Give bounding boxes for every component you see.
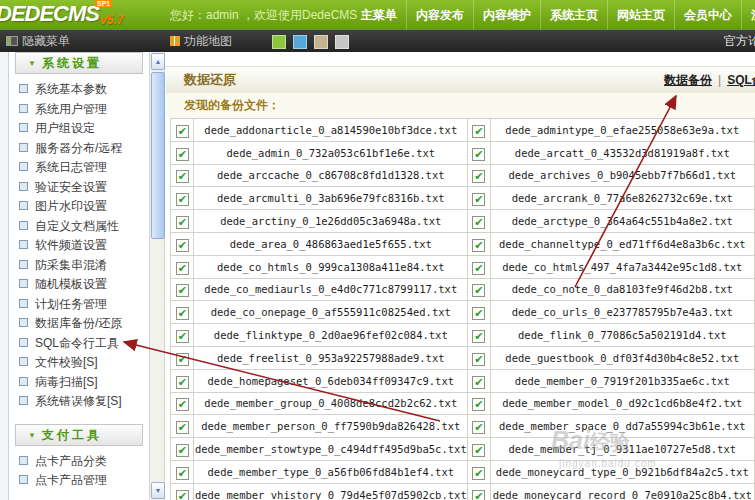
sidebar-item[interactable]: 图片水印设置 bbox=[9, 197, 149, 217]
official-forum-link[interactable]: 官方论坛 bbox=[724, 30, 755, 52]
sql-tool-link[interactable]: SQL命令行工具 bbox=[727, 73, 755, 87]
function-map-button[interactable]: 功能地图 bbox=[170, 30, 232, 52]
sidebar-menu: ▼系统设置系统基本参数系统用户管理用户组设定服务器分布/远程系统日志管理验证安全… bbox=[9, 52, 149, 500]
bullet-icon bbox=[19, 162, 28, 171]
backup-file-checkbox[interactable]: ✔ bbox=[472, 170, 485, 183]
sidebar-item[interactable]: 系统日志管理 bbox=[9, 158, 149, 178]
backup-file-checkbox[interactable]: ✔ bbox=[472, 284, 485, 297]
sidebar-item[interactable]: 用户组设定 bbox=[9, 119, 149, 139]
sidebar-item[interactable]: 防采集串混淆 bbox=[9, 256, 149, 276]
top-menu-item-2[interactable]: 内容发布 bbox=[406, 0, 473, 30]
checkbox-cell: ✔ bbox=[468, 438, 490, 461]
backup-file-checkbox[interactable]: ✔ bbox=[176, 170, 189, 183]
top-menu-item-5[interactable]: 网站主页 bbox=[607, 0, 674, 30]
backup-file-checkbox[interactable]: ✔ bbox=[176, 148, 189, 161]
top-menu-item-1[interactable]: 主菜单 bbox=[352, 0, 406, 30]
theme-color-swatch-1[interactable] bbox=[272, 35, 286, 49]
backup-file-checkbox[interactable]: ✔ bbox=[176, 376, 189, 389]
backup-file-row: ✔dede_homepageset_0_6deb034ff09347c9.txt… bbox=[171, 369, 755, 392]
checkbox-cell: ✔ bbox=[468, 369, 490, 392]
backup-file-checkbox[interactable]: ✔ bbox=[176, 444, 189, 457]
sidebar-item-label: 服务器分布/远程 bbox=[35, 141, 122, 155]
theme-color-swatch-2[interactable] bbox=[293, 35, 307, 49]
bullet-icon bbox=[19, 240, 28, 249]
backup-file-name: dede_arcatt_0_43532d3d81919a8f.txt bbox=[490, 141, 754, 164]
sidebar-section-header-1[interactable]: ▼系统设置 bbox=[15, 52, 143, 74]
vertical-scrollbar[interactable]: ▲ ▼ bbox=[149, 52, 165, 500]
sidebar-item[interactable]: 验证安全设置 bbox=[9, 178, 149, 198]
sidebar-item-label: 验证安全设置 bbox=[35, 180, 107, 194]
sidebar-item[interactable]: 自定义文档属性 bbox=[9, 217, 149, 237]
backup-file-checkbox[interactable]: ✔ bbox=[176, 193, 189, 206]
backup-file-checkbox[interactable]: ✔ bbox=[176, 353, 189, 366]
backup-file-checkbox[interactable]: ✔ bbox=[472, 421, 485, 434]
backup-file-checkbox[interactable]: ✔ bbox=[176, 216, 189, 229]
top-menu-item-6[interactable]: 会员中心 bbox=[674, 0, 741, 30]
backup-file-name: dede_archives_0_b9045ebb7f7b66d1.txt bbox=[490, 164, 754, 187]
sidebar-item[interactable]: SQL命令行工具 bbox=[9, 334, 149, 354]
sidebar-item-label: 用户组设定 bbox=[35, 121, 95, 135]
backup-file-checkbox[interactable]: ✔ bbox=[472, 148, 485, 161]
checkbox-cell: ✔ bbox=[171, 164, 194, 187]
top-menu-item-7[interactable]: 注销 bbox=[741, 0, 755, 30]
backup-file-checkbox[interactable]: ✔ bbox=[472, 262, 485, 275]
backup-file-name: dede_addonarticle_0_a814590e10bf3dce.txt bbox=[194, 119, 468, 142]
sidebar-section-header-2[interactable]: ▼支付工具 bbox=[15, 424, 143, 446]
sidebar-item[interactable]: 点卡产品分类 bbox=[9, 452, 149, 472]
sidebar-item-label: 软件频道设置 bbox=[35, 238, 107, 252]
sidebar-item[interactable]: 系统错误修复[S] bbox=[9, 392, 149, 412]
backup-file-checkbox[interactable]: ✔ bbox=[472, 353, 485, 366]
backup-file-checkbox[interactable]: ✔ bbox=[176, 467, 189, 480]
backup-file-checkbox[interactable]: ✔ bbox=[472, 216, 485, 229]
bullet-icon bbox=[19, 456, 28, 465]
hide-menu-button[interactable]: 隐藏菜单 bbox=[6, 30, 70, 52]
backup-file-checkbox[interactable]: ✔ bbox=[176, 398, 189, 411]
scroll-down-button[interactable]: ▼ bbox=[151, 482, 165, 499]
backup-file-checkbox[interactable]: ✔ bbox=[472, 307, 485, 320]
backup-file-checkbox[interactable]: ✔ bbox=[176, 125, 189, 138]
backup-file-checkbox[interactable]: ✔ bbox=[472, 444, 485, 457]
theme-color-swatch-3[interactable] bbox=[314, 35, 328, 49]
backup-file-name: dede_member_tj_0_9311ae10727e5d8.txt bbox=[490, 438, 754, 461]
backup-file-checkbox[interactable]: ✔ bbox=[176, 284, 189, 297]
backup-file-checkbox[interactable]: ✔ bbox=[472, 467, 485, 480]
backup-file-row: ✔dede_member_type_0_a56fb06fd84b1ef4.txt… bbox=[171, 460, 755, 483]
sidebar-item[interactable]: 随机模板设置 bbox=[9, 275, 149, 295]
sidebar-item[interactable]: 系统用户管理 bbox=[9, 100, 149, 120]
bullet-icon bbox=[19, 104, 28, 113]
top-menu-item-4[interactable]: 系统主页 bbox=[540, 0, 607, 30]
frame-splitter[interactable] bbox=[0, 52, 9, 500]
sidebar-item-label: 系统用户管理 bbox=[35, 102, 107, 116]
sidebar-item[interactable]: 服务器分布/远程 bbox=[9, 139, 149, 159]
top-menu-item-3[interactable]: 内容维护 bbox=[473, 0, 540, 30]
backup-file-row: ✔dede_area_0_486863aed1e5f655.txt✔dede_c… bbox=[171, 232, 755, 255]
checkbox-cell: ✔ bbox=[171, 346, 194, 369]
backup-file-checkbox[interactable]: ✔ bbox=[176, 490, 189, 500]
backup-file-checkbox[interactable]: ✔ bbox=[472, 125, 485, 138]
sidebar-item[interactable]: 软件频道设置 bbox=[9, 236, 149, 256]
sidebar-item[interactable]: 文件校验[S] bbox=[9, 353, 149, 373]
sidebar-item[interactable]: 病毒扫描[S] bbox=[9, 373, 149, 393]
backup-file-checkbox[interactable]: ✔ bbox=[472, 239, 485, 252]
backup-file-checkbox[interactable]: ✔ bbox=[176, 262, 189, 275]
backup-file-checkbox[interactable]: ✔ bbox=[472, 330, 485, 343]
backup-file-name: dede_moneycard_record_0_7e0910a25c8b4.tx… bbox=[490, 483, 754, 500]
sidebar-item[interactable]: 系统基本参数 bbox=[9, 80, 149, 100]
scrollbar-thumb[interactable] bbox=[151, 72, 165, 239]
backup-file-checkbox[interactable]: ✔ bbox=[176, 307, 189, 320]
sidebar-item[interactable]: 数据库备份/还原 bbox=[9, 314, 149, 334]
backup-file-checkbox[interactable]: ✔ bbox=[472, 193, 485, 206]
data-backup-link[interactable]: 数据备份 bbox=[664, 73, 712, 87]
scroll-up-button[interactable]: ▲ bbox=[151, 53, 165, 70]
sidebar-item[interactable]: 计划任务管理 bbox=[9, 295, 149, 315]
sidebar-item[interactable]: 点卡产品管理 bbox=[9, 471, 149, 491]
backup-file-checkbox[interactable]: ✔ bbox=[176, 421, 189, 434]
backup-file-checkbox[interactable]: ✔ bbox=[176, 239, 189, 252]
theme-color-swatch-4[interactable] bbox=[335, 35, 349, 49]
hide-menu-icon bbox=[6, 36, 18, 46]
backup-file-checkbox[interactable]: ✔ bbox=[472, 490, 485, 500]
backup-file-checkbox[interactable]: ✔ bbox=[472, 376, 485, 389]
backup-file-checkbox[interactable]: ✔ bbox=[472, 398, 485, 411]
checkbox-cell: ✔ bbox=[468, 255, 490, 278]
backup-file-checkbox[interactable]: ✔ bbox=[176, 330, 189, 343]
